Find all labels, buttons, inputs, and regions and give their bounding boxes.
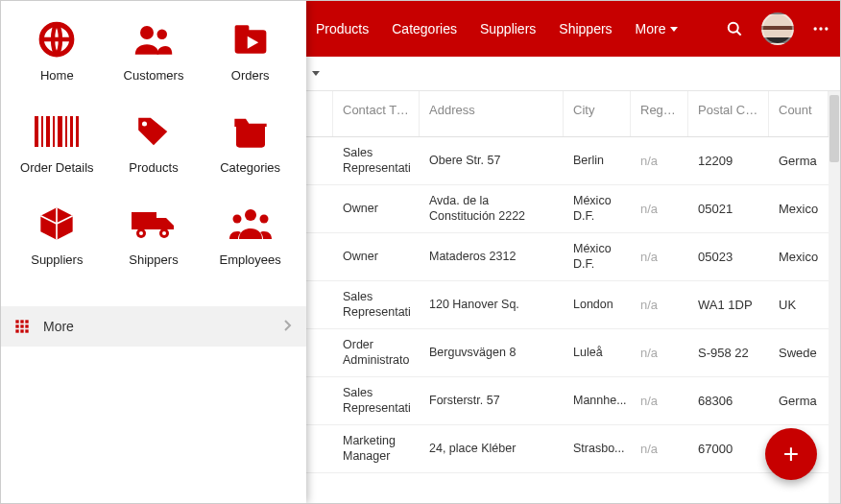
cell-city: Strasbo... — [564, 425, 631, 472]
svg-rect-17 — [70, 116, 73, 147]
svg-point-6 — [140, 26, 154, 39]
cell-address: 24, place Kléber — [420, 425, 564, 472]
cell-contact-title: Sales Representati — [333, 281, 420, 328]
sidebar-tile-products[interactable]: Products — [106, 110, 203, 203]
search-icon[interactable] — [725, 19, 744, 38]
svg-point-19 — [142, 122, 147, 127]
svg-rect-28 — [15, 320, 18, 323]
cell-address: Obere Str. 57 — [420, 137, 564, 184]
cell-region: n/a — [631, 425, 688, 472]
people-icon — [127, 18, 180, 60]
caret-down-icon — [312, 71, 320, 76]
sidebar-tile-shippers[interactable]: Shippers — [106, 203, 203, 295]
cell-region: n/a — [631, 281, 688, 328]
table-row[interactable]: Sales RepresentatiObere Str. 57Berlinn/a… — [306, 137, 840, 185]
cell-postal: WA1 1DP — [688, 281, 769, 328]
caret-down-icon — [670, 27, 678, 32]
cell-country: Mexico — [769, 233, 829, 280]
cell-contact-title: Sales Representati — [333, 377, 420, 424]
cell-address: 120 Hanover Sq. — [420, 281, 564, 328]
col-country[interactable]: Count — [769, 91, 829, 136]
col-region[interactable]: Region — [631, 91, 688, 136]
cell-contact-title: Sales Representati — [333, 137, 420, 184]
cell-country: Germa — [769, 137, 829, 184]
barcode-icon — [30, 110, 84, 153]
sidebar-tile-suppliers[interactable]: Suppliers — [9, 203, 106, 295]
navigation-drawer: HomeCustomersOrdersOrder DetailsProducts… — [1, 1, 306, 503]
svg-rect-34 — [15, 329, 18, 332]
col-contact-title[interactable]: Contact Title — [333, 91, 420, 136]
cell-region: n/a — [631, 377, 688, 424]
tile-label: Customers — [124, 68, 184, 83]
sidebar-more[interactable]: More — [1, 306, 306, 347]
cell-contact-title: Marketing Manager — [333, 425, 420, 472]
col-address[interactable]: Address — [420, 91, 564, 136]
svg-point-2 — [814, 27, 817, 30]
globe-icon — [30, 18, 84, 60]
tile-label: Home — [40, 68, 74, 83]
toolbar-dropdown[interactable] — [306, 71, 320, 76]
overflow-menu-icon[interactable] — [811, 19, 830, 38]
cell-country: Mexico — [769, 185, 829, 232]
grid-header-row: Contact Title Address City Region Postal… — [306, 91, 840, 137]
svg-point-25 — [245, 209, 256, 221]
cell-country: Swede — [769, 329, 829, 376]
sidebar-more-label: More — [43, 319, 74, 334]
table-row[interactable]: Order AdministratoBerguvsvägen 8Luleån/a… — [306, 329, 840, 377]
col-city[interactable]: City — [564, 91, 631, 136]
table-row[interactable]: Sales RepresentatiForsterstr. 57Mannhe..… — [306, 377, 840, 425]
nav-more-label: More — [636, 21, 666, 36]
sidebar-tile-employees[interactable]: Employees — [202, 203, 299, 295]
sidebar-tile-categories[interactable]: Categories — [202, 110, 299, 203]
table-row[interactable]: Marketing Manager24, place KléberStrasbo… — [306, 425, 840, 473]
cell-country: Germa — [769, 377, 829, 424]
cell-postal: 05021 — [688, 185, 769, 232]
nav-suppliers[interactable]: Suppliers — [480, 21, 536, 36]
sidebar-tile-orders[interactable]: Orders — [202, 18, 299, 110]
add-button[interactable]: + — [765, 428, 817, 480]
sidebar-tile-home[interactable]: Home — [9, 18, 106, 110]
svg-line-1 — [737, 32, 741, 36]
plus-icon: + — [783, 439, 799, 469]
tile-label: Orders — [231, 68, 270, 83]
tile-label: Categories — [220, 160, 280, 175]
sidebar-tile-order-details[interactable]: Order Details — [9, 110, 106, 203]
apps-grid-icon — [14, 319, 30, 334]
nav-categories[interactable]: Categories — [392, 21, 457, 36]
user-avatar[interactable] — [761, 12, 794, 45]
cell-postal: 68306 — [688, 377, 769, 424]
table-row[interactable]: Sales Representati120 Hanover Sq.Londonn… — [306, 281, 840, 329]
svg-point-7 — [156, 30, 167, 40]
nav-shippers[interactable]: Shippers — [559, 21, 612, 36]
svg-point-3 — [819, 27, 822, 30]
tile-label: Products — [129, 160, 178, 175]
cell-region: n/a — [631, 185, 688, 232]
sidebar-tile-customers[interactable]: Customers — [106, 18, 203, 110]
cabinet-icon — [224, 110, 277, 153]
cell-city: México D.F. — [564, 185, 631, 232]
cell-region: n/a — [631, 137, 688, 184]
table-row[interactable]: OwnerAvda. de la Constitución 2222México… — [306, 185, 840, 233]
svg-rect-33 — [25, 324, 28, 327]
svg-rect-9 — [234, 25, 249, 33]
cell-region: n/a — [631, 233, 688, 280]
top-nav: Products Categories Suppliers Shippers M… — [316, 21, 678, 36]
scrollbar-thumb[interactable] — [829, 95, 839, 162]
tag-icon — [127, 110, 180, 153]
vertical-scrollbar[interactable] — [829, 91, 840, 503]
svg-rect-14 — [53, 116, 55, 147]
cell-address: Avda. de la Constitución 2222 — [420, 185, 564, 232]
svg-point-26 — [232, 215, 241, 224]
cell-postal: 12209 — [688, 137, 769, 184]
svg-rect-32 — [20, 324, 23, 327]
cell-postal: 67000 — [688, 425, 769, 472]
col-postal[interactable]: Postal Code — [688, 91, 769, 136]
nav-products[interactable]: Products — [316, 21, 369, 36]
table-row[interactable]: OwnerMataderos 2312México D.F.n/a05023Me… — [306, 233, 840, 281]
box-icon — [30, 203, 84, 245]
cell-city: Luleå — [564, 329, 631, 376]
cell-contact-title: Order Administrato — [333, 329, 420, 376]
nav-more[interactable]: More — [636, 21, 678, 36]
cell-contact-title: Owner — [333, 233, 420, 280]
svg-rect-16 — [65, 116, 67, 147]
